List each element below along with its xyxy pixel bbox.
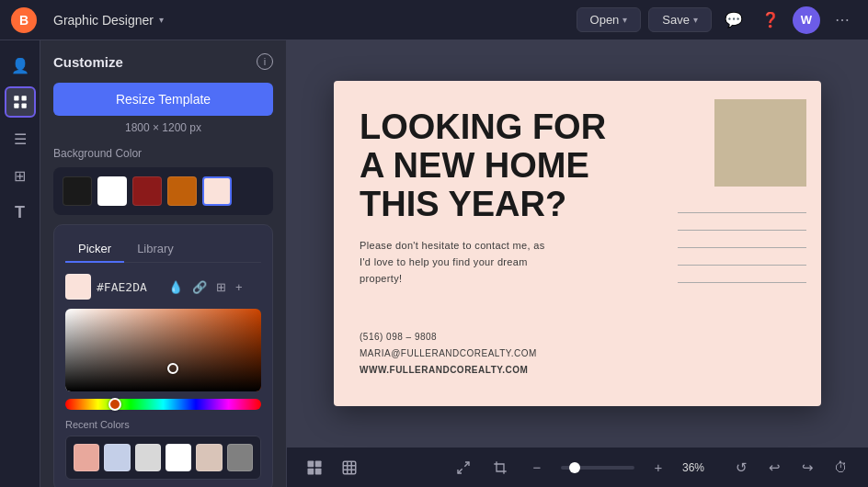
svg-rect-1: [21, 96, 26, 100]
avatar[interactable]: W: [793, 6, 820, 34]
help-icon[interactable]: ❓: [756, 6, 785, 35]
save-button[interactable]: Save ▾: [648, 7, 712, 32]
bottom-bar: − + 36% ↺ ↩ ↪ ⏱: [287, 447, 868, 487]
hex-row: 💧 🔗 ⊞ +: [65, 274, 261, 300]
recent-swatch-1[interactable]: [74, 444, 99, 471]
grid-icon[interactable]: ⊞: [214, 278, 228, 296]
email-text: MARIA@FULLERANDCOREALTY.COM: [360, 345, 634, 362]
recent-swatch-4[interactable]: [166, 444, 191, 471]
grid-bottom-icon[interactable]: [337, 455, 362, 481]
color-swatch-white[interactable]: [97, 176, 127, 206]
undo-icon[interactable]: ↩: [761, 455, 787, 481]
sidebar-icon-elements[interactable]: ⊞: [5, 160, 36, 191]
svg-line-14: [458, 469, 463, 473]
eyedropper-icon[interactable]: 💧: [166, 278, 185, 296]
card-body-text: Please don't hesitate to contact me, as …: [360, 238, 553, 287]
bottom-center: − + 36%: [451, 455, 704, 481]
bottom-left: [302, 455, 362, 481]
svg-rect-8: [343, 461, 356, 474]
customize-panel: Customize i Resize Template 1800 × 1200 …: [40, 40, 287, 487]
sidebar-icon-text[interactable]: T: [5, 197, 36, 228]
resize-template-button[interactable]: Resize Template: [53, 83, 273, 116]
top-bar-actions: Open ▾ Save ▾ 💬 ❓ W ⋯: [577, 6, 857, 35]
hue-slider[interactable]: [65, 399, 261, 410]
card-contact: (516) 098 – 9808 MARIA@FULLERANDCOREALTY…: [360, 329, 634, 379]
hue-thumb: [108, 398, 121, 411]
color-picker-popup: Picker Library 💧 🔗 ⊞ + Recent Colors: [53, 224, 273, 487]
tab-picker[interactable]: Picker: [65, 236, 124, 263]
svg-rect-4: [308, 460, 314, 467]
svg-line-13: [464, 462, 469, 467]
picker-circle: [167, 363, 178, 374]
color-swatch-highlight[interactable]: [202, 176, 232, 206]
redo-icon[interactable]: ↪: [794, 455, 820, 481]
sidebar-icon-layers[interactable]: ☰: [5, 123, 36, 154]
svg-rect-2: [14, 104, 18, 108]
svg-rect-0: [14, 96, 18, 100]
copy-icon[interactable]: 🔗: [190, 278, 209, 296]
chevron-down-icon: ▾: [159, 15, 164, 25]
canvas-scroll[interactable]: LOOKING FOR A NEW HOME THIS YEAR? Please…: [287, 40, 868, 447]
more-icon[interactable]: ⋯: [828, 6, 857, 35]
crop-icon[interactable]: [487, 455, 513, 481]
website-text: WWW.FULLERANDCOREALTY.COM: [360, 362, 634, 379]
card-left: LOOKING FOR A NEW HOME THIS YEAR? Please…: [334, 81, 660, 406]
zoom-in-icon[interactable]: +: [645, 455, 671, 481]
svg-rect-6: [308, 468, 314, 474]
recent-swatch-2[interactable]: [104, 444, 130, 471]
card-line-4: [678, 265, 806, 266]
main-layout: 👤 ☰ ⊞ T Customize i Resize Template 1800…: [0, 40, 868, 487]
chat-icon[interactable]: 💬: [719, 6, 748, 35]
canvas-area: LOOKING FOR A NEW HOME THIS YEAR? Please…: [287, 40, 868, 487]
card-line-2: [678, 230, 806, 231]
color-swatch-black[interactable]: [63, 176, 92, 206]
background-color-label: Background Color: [53, 147, 273, 160]
svg-rect-3: [21, 104, 26, 108]
rotate-back-icon[interactable]: ↺: [728, 455, 754, 481]
layers-bottom-icon[interactable]: [302, 455, 327, 481]
sidebar-icon-customize[interactable]: [5, 86, 36, 118]
color-swatch-orange[interactable]: [167, 176, 197, 206]
bottom-right: ↺ ↩ ↪ ⏱: [728, 455, 853, 481]
expand-icon[interactable]: [451, 455, 476, 481]
card-line-1: [678, 212, 806, 213]
dimensions-text: 1800 × 1200 px: [53, 121, 273, 134]
recent-swatch-5[interactable]: [196, 444, 222, 471]
svg-rect-5: [315, 460, 322, 467]
top-bar: B Graphic Designer ▾ Open ▾ Save ▾ 💬 ❓ W…: [0, 0, 868, 40]
recent-colors-label: Recent Colors: [65, 419, 261, 430]
zoom-slider[interactable]: [561, 466, 634, 470]
card-placeholder-image: [714, 99, 806, 187]
app-logo: B: [11, 7, 37, 33]
color-swatches: [53, 167, 273, 215]
zoom-out-icon[interactable]: −: [524, 455, 550, 481]
card-headline: LOOKING FOR A NEW HOME THIS YEAR?: [360, 108, 634, 223]
hex-input[interactable]: [97, 280, 161, 294]
recent-colors-section: Recent Colors: [65, 419, 261, 480]
recent-colors-row: [65, 436, 261, 480]
open-button[interactable]: Open ▾: [577, 7, 642, 32]
card-right: [660, 81, 821, 406]
panel-header: Customize i: [53, 53, 273, 70]
gradient-canvas[interactable]: [65, 309, 261, 391]
svg-rect-7: [315, 468, 322, 474]
info-icon[interactable]: i: [257, 53, 273, 70]
save-chevron-icon: ▾: [693, 15, 698, 25]
sidebar-icon-profile[interactable]: 👤: [5, 50, 36, 81]
icon-sidebar: 👤 ☰ ⊞ T: [0, 40, 40, 487]
design-card: LOOKING FOR A NEW HOME THIS YEAR? Please…: [334, 81, 821, 406]
color-swatch-red[interactable]: [132, 176, 162, 206]
zoom-label: 36%: [682, 461, 704, 474]
card-line-3: [678, 247, 806, 248]
app-name-dropdown[interactable]: Graphic Designer ▾: [46, 9, 171, 31]
panel-title: Customize: [53, 54, 123, 70]
tab-library[interactable]: Library: [124, 236, 187, 263]
phone-text: (516) 098 – 9808: [360, 329, 634, 345]
recent-swatch-3[interactable]: [135, 444, 161, 471]
color-preview-box[interactable]: [65, 274, 91, 300]
add-color-icon[interactable]: +: [234, 278, 245, 296]
history-icon[interactable]: ⏱: [828, 455, 853, 481]
recent-swatch-6[interactable]: [227, 444, 253, 471]
open-chevron-icon: ▾: [622, 15, 627, 25]
card-lines: [660, 203, 806, 388]
